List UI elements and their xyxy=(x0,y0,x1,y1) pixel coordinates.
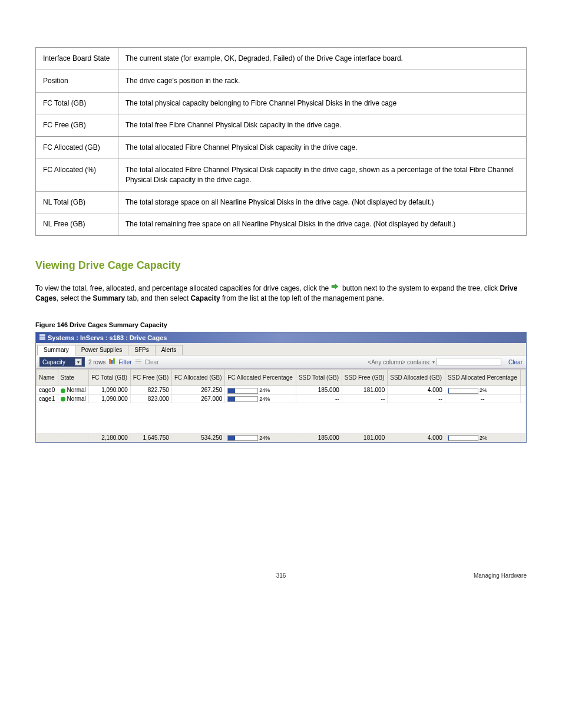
column-header[interactable]: SSD Free (GB) xyxy=(342,370,387,386)
column-header[interactable]: SSD Allocated (GB) xyxy=(388,370,445,386)
field-name-cell: FC Allocated (%) xyxy=(36,159,118,191)
column-header[interactable]: FC Free (GB) xyxy=(130,370,171,386)
expand-arrow-icon xyxy=(331,284,338,294)
view-dropdown[interactable]: Capacity ▾ xyxy=(39,357,85,367)
lead-paragraph: To view the total, free, allocated, and … xyxy=(35,284,527,304)
view-dropdown-label: Capacity xyxy=(42,359,65,365)
svg-rect-7 xyxy=(135,361,141,362)
state-cell: Normal xyxy=(58,386,89,394)
svg-rect-3 xyxy=(39,338,45,340)
field-name-cell: Interface Board State xyxy=(36,48,118,70)
field-name-cell: NL Total (GB) xyxy=(36,191,118,213)
svg-rect-1 xyxy=(39,334,45,336)
tab-summary[interactable]: Summary xyxy=(37,345,75,355)
column-header[interactable]: SSD Total (GB) xyxy=(296,370,342,386)
status-dot-icon xyxy=(61,388,65,393)
filter-link[interactable]: Filter xyxy=(118,359,131,365)
svg-rect-6 xyxy=(113,358,115,364)
percentage-cell: 24% xyxy=(225,433,296,442)
field-desc-cell: The current state (for example, OK, Degr… xyxy=(118,48,527,70)
numeric-cell: -- xyxy=(296,394,342,403)
field-description-table: Interface Board StateThe current state (… xyxy=(35,47,527,236)
field-name-cell: Position xyxy=(36,70,118,92)
column-header[interactable]: SSD Allocated Percentage xyxy=(445,370,520,386)
column-header[interactable]: FC Total (GB) xyxy=(89,370,131,386)
percentage-cell: -- xyxy=(445,394,520,403)
field-desc-cell: The drive cage's position in the rack. xyxy=(118,70,527,92)
drive-cages-window: Systems : InServs : s183 : Drive Cages S… xyxy=(35,332,527,443)
section-heading: Viewing Drive Cage Capacity xyxy=(35,259,527,272)
numeric-cell: 185.000 xyxy=(296,433,342,442)
stack-icon xyxy=(39,334,45,341)
table-row[interactable]: cage1Normal1,090.000823.000267.00024%---… xyxy=(37,394,526,403)
percentage-cell: 24% xyxy=(225,394,296,403)
svg-rect-8 xyxy=(135,359,141,360)
figure-caption: Figure 146 Drive Cages Summary Capacity xyxy=(35,321,527,328)
grid-empty-area xyxy=(37,403,526,433)
numeric-cell: 1,090.000 xyxy=(89,386,131,394)
totals-blank xyxy=(37,433,58,442)
numeric-cell: 534.250 xyxy=(171,433,224,442)
row-count-label: 2 rows xyxy=(88,359,105,365)
field-desc-cell: The total free Fibre Channel Physical Di… xyxy=(118,114,527,137)
state-cell: Normal xyxy=(58,394,89,403)
filler-cell xyxy=(520,433,525,442)
field-desc-cell: The total remaining free space on all Ne… xyxy=(118,213,527,236)
quick-filter: <Any column> contains: ▾ xyxy=(368,358,501,366)
column-header[interactable]: FC Allocated (GB) xyxy=(171,370,224,386)
grid-toolbar: Capacity ▾ 2 rows Filter Clear <Any colu… xyxy=(36,355,526,369)
column-header[interactable]: Name xyxy=(37,370,58,386)
name-cell: cage1 xyxy=(37,394,58,403)
numeric-cell: -- xyxy=(388,394,445,403)
numeric-cell: 4.000 xyxy=(388,386,445,394)
field-desc-cell: The total allocated Fibre Channel Physic… xyxy=(118,137,527,159)
tab-power-supplies[interactable]: Power Supplies xyxy=(75,345,128,355)
column-header-filler xyxy=(520,370,525,386)
table-row[interactable]: cage0Normal1,090.000822.750267.25024%185… xyxy=(37,386,526,394)
page-footer: 316 Managing Hardware xyxy=(35,572,527,579)
clear-filter-link[interactable]: Clear xyxy=(145,359,159,365)
percentage-cell: 24% xyxy=(225,386,296,394)
status-dot-icon xyxy=(61,397,65,401)
numeric-cell: 1,645.750 xyxy=(130,433,171,442)
quick-filter-clear-link[interactable]: Clear xyxy=(508,359,523,365)
tab-sfps[interactable]: SFPs xyxy=(128,345,155,355)
numeric-cell: -- xyxy=(342,394,387,403)
filler-cell xyxy=(520,394,525,403)
dropdown-chevron-icon[interactable]: ▾ xyxy=(432,360,435,365)
svg-rect-4 xyxy=(109,359,111,364)
data-grid: NameStateFC Total (GB)FC Free (GB)FC All… xyxy=(36,369,526,442)
grid-header-row: NameStateFC Total (GB)FC Free (GB)FC All… xyxy=(37,370,526,386)
name-cell: cage0 xyxy=(37,386,58,394)
numeric-cell: 822.750 xyxy=(130,386,171,394)
tab-bar: SummaryPower SuppliesSFPsAlerts xyxy=(36,343,526,355)
dropdown-chevron-icon: ▾ xyxy=(75,358,82,365)
numeric-cell: 181.000 xyxy=(342,386,387,394)
numeric-cell: 181.000 xyxy=(342,433,387,442)
numeric-cell: 185.000 xyxy=(296,386,342,394)
quick-filter-input[interactable] xyxy=(437,358,501,366)
field-desc-cell: The total storage space on all Nearline … xyxy=(118,191,527,213)
svg-rect-2 xyxy=(39,337,45,338)
numeric-cell: 823.000 xyxy=(130,394,171,403)
field-name-cell: FC Allocated (GB) xyxy=(36,137,118,159)
numeric-cell: 267.000 xyxy=(171,394,224,403)
svg-rect-5 xyxy=(111,360,113,364)
field-name-cell: FC Free (GB) xyxy=(36,114,118,137)
svg-rect-9 xyxy=(135,363,141,364)
numeric-cell: 4.000 xyxy=(388,433,445,442)
field-name-cell: NL Free (GB) xyxy=(36,213,118,236)
numeric-cell: 1,090.000 xyxy=(89,394,131,403)
numeric-cell: 2,180.000 xyxy=(89,433,131,442)
tab-alerts[interactable]: Alerts xyxy=(155,345,183,355)
clear-icon xyxy=(135,358,141,365)
quick-filter-label: <Any column> contains: xyxy=(368,359,431,365)
column-header[interactable]: State xyxy=(58,370,89,386)
lead-text-before: To view the total, free, allocated, and … xyxy=(35,284,331,292)
window-title-bar: Systems : InServs : s183 : Drive Cages xyxy=(36,332,526,343)
window-title: Systems : InServs : s183 : Drive Cages xyxy=(48,334,167,341)
field-desc-cell: The total physical capacity belonging to… xyxy=(118,92,527,114)
field-desc-cell: The total allocated Fibre Channel Physic… xyxy=(118,159,527,191)
column-header[interactable]: FC Allocated Percentage xyxy=(225,370,296,386)
totals-blank xyxy=(58,433,89,442)
